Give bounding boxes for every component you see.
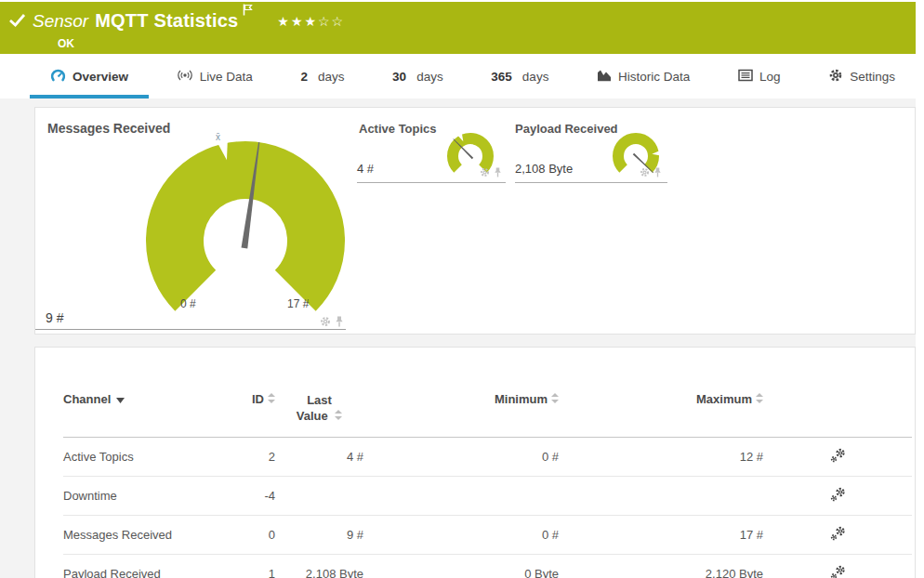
channel-minimum: 0 Byte [363,555,559,578]
sort-arrows-icon [335,408,342,424]
channel-id: 2 [244,438,275,477]
table-row: Active Topics 2 4 # 0 # 12 # [63,438,912,477]
channels-table: Channel ID Last Value Minimum Maximum [63,385,912,578]
channel-maximum: 12 # [559,438,763,477]
column-header-last-value[interactable]: Last Value [275,385,363,438]
gauge-settings-gear-icon[interactable] [480,164,490,181]
channel-maximum [559,477,763,516]
table-row: Payload Received 1 2,108 Byte 0 Byte 2,1… [63,555,912,578]
tab-live-data[interactable]: Live Data [156,54,273,99]
sensor-header: Sensor MQTT Statistics ★★★☆☆ OK [0,2,916,54]
channel-name: Messages Received [63,516,244,555]
channel-last-value: 2,108 Byte [275,555,363,578]
log-list-icon [738,69,753,85]
tab-historic-data[interactable]: Historic Data [576,54,710,99]
channel-maximum: 2,120 Byte [559,555,763,578]
tab-overview[interactable]: Overview [30,54,149,99]
gauge-min-label: 0 # [180,297,196,310]
tab-log[interactable]: Log [718,54,801,99]
gauge-value: 2,108 Byte [515,162,573,176]
sort-arrows-icon [268,392,275,406]
flag-icon[interactable] [243,3,253,20]
gauge-value: 4 # [357,162,374,176]
column-header-id[interactable]: ID [244,385,275,438]
channel-name: Downtime [63,477,244,516]
channel-name: Payload Received [63,555,244,578]
priority-stars[interactable]: ★★★☆☆ [277,14,345,29]
channel-settings-icon[interactable] [830,452,846,466]
table-row: Downtime -4 [63,477,912,516]
sensor-page: Sensor MQTT Statistics ★★★☆☆ OK [0,0,924,578]
column-header-minimum[interactable]: Minimum [363,385,559,438]
gauge-cell-divider [515,182,667,183]
channel-last-value: 9 # [275,516,363,555]
channel-maximum: 17 # [559,516,763,555]
tab-bar: Overview Live Data 2 days [0,54,916,99]
channel-settings-icon[interactable] [830,530,846,544]
gauge-pin-icon[interactable] [653,164,662,181]
sensor-kind-label: Sensor [33,11,88,32]
column-header-channel[interactable]: Channel [63,385,244,438]
gauge-cell-divider [35,329,346,330]
sort-arrows-icon [551,392,559,406]
tab-2-days[interactable]: 2 days [280,54,364,99]
tab-30-days[interactable]: 30 days [372,54,464,99]
gauge-title-active-topics: Active Topics [359,122,437,136]
sort-arrows-icon [756,392,763,406]
channel-id: 1 [244,555,275,578]
channel-minimum: 0 # [363,516,559,555]
channels-table-panel: Channel ID Last Value Minimum Maximum [34,347,916,578]
channel-settings-icon[interactable] [830,569,846,578]
gauge-pin-icon[interactable] [494,164,502,181]
gauges-panel: Messages Received x̄ 0 # 17 # 9 # [34,107,916,335]
tab-settings[interactable]: Settings [808,54,916,99]
channel-settings-icon[interactable] [830,491,846,505]
live-broadcast-icon [177,68,193,85]
channel-id: -4 [244,477,275,516]
gauge-cell-divider [357,182,506,183]
column-header-actions [763,385,912,438]
gear-icon [828,68,843,85]
page-title: MQTT Statistics [95,10,238,32]
average-marker-label: x̄ [216,132,220,142]
gauge-title-payload-received: Payload Received [515,122,618,136]
status-ok-check-icon [9,13,26,32]
historic-chart-icon [597,68,612,85]
gauge-icon [50,68,66,85]
channel-last-value [275,477,363,516]
gauge-max-label: 17 # [287,297,309,310]
gauge-value: 9 # [46,310,63,325]
channel-minimum [363,477,559,516]
channel-last-value: 4 # [275,438,363,477]
column-header-maximum[interactable]: Maximum [559,385,763,438]
status-badge: OK [58,37,345,50]
gauge-settings-gear-icon[interactable] [640,164,650,181]
content-area: Messages Received x̄ 0 # 17 # 9 # [0,99,916,578]
table-row: Messages Received 0 9 # 0 # 17 # [63,516,912,555]
channel-name: Active Topics [63,438,244,477]
sort-caret-icon [116,392,125,406]
channel-minimum: 0 # [363,438,559,477]
channel-id: 0 [244,516,275,555]
tab-365-days[interactable]: 365 days [470,54,569,99]
